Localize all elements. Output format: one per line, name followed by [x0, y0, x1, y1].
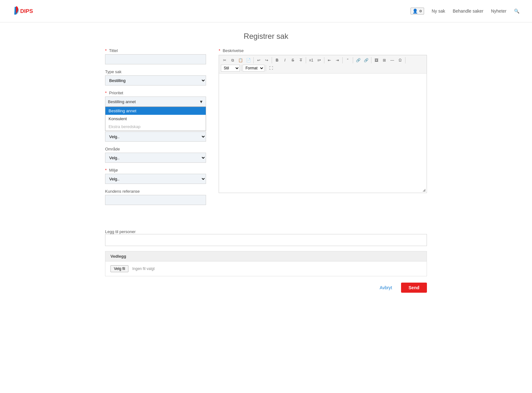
toolbar-bold[interactable]: B [273, 56, 281, 64]
prioritet-group: * Prioritet Bestilling annet ▼ Bestillin… [105, 91, 206, 107]
legg-til-group: Legg til personer [105, 229, 427, 246]
toolbar-format-select[interactable]: Format [243, 65, 264, 72]
avbryt-button[interactable]: Avbryt [375, 283, 397, 293]
toolbar-fullscreen[interactable]: ⛶ [267, 64, 275, 72]
vedlegg-header: Vedlegg [105, 251, 427, 261]
beskrivelse-required-star: * [219, 48, 220, 53]
prioritet-dropdown-wrapper: Bestilling annet ▼ Bestilling annet Kons… [105, 97, 206, 107]
tittel-required-star: * [105, 48, 107, 53]
logo-area: DIPS [13, 3, 38, 19]
toolbar-strikethrough[interactable]: S [289, 56, 297, 64]
user-icon-button[interactable]: 👤 ⚙ [411, 8, 424, 15]
tittel-group: * Tittel [105, 48, 206, 64]
main-content: * Tittel Type sak Bestilling * Prioritet… [92, 48, 440, 229]
bottom-section: Legg til personer Vedlegg Velg fil Ingen… [92, 229, 440, 276]
miljo-label: * Miljø [105, 168, 206, 173]
toolbar-horizontal-rule[interactable]: — [388, 56, 396, 64]
toolbar-undo[interactable]: ↩ [255, 56, 263, 64]
page-title: Registrer sak [0, 32, 532, 41]
miljo-required-star: * [105, 168, 107, 173]
toolbar-sep-1 [253, 57, 254, 63]
toolbar-link[interactable]: 🔗 [354, 56, 362, 64]
toolbar-sep-2 [272, 57, 272, 63]
toolbar-paste[interactable]: 📋 [237, 56, 244, 64]
beskrivelse-editor[interactable] [219, 73, 427, 187]
chevron-down-icon: ▼ [199, 99, 203, 104]
omrade-label: Område [105, 147, 206, 151]
prioritet-select[interactable]: Bestilling annet ▼ [105, 97, 206, 107]
toolbar-paste-plain[interactable]: 📄 [245, 56, 252, 64]
kundens-ref-group: Kundens referanse [105, 189, 206, 205]
prioritet-required-star: * [105, 91, 107, 95]
editor-resize-handle: ◢ [219, 187, 427, 193]
right-column: * Beskrivelse ✂ ⧉ 📋 📄 ↩ ↪ B I S T̶ ≡1 ≡• [219, 48, 427, 193]
toolbar-increase-indent[interactable]: ⇥ [334, 56, 341, 64]
toolbar-sep-3 [306, 57, 306, 63]
type-sak-select[interactable]: Bestilling [105, 75, 206, 85]
prioritet-label: * Prioritet [105, 91, 206, 95]
user-icon: 👤 [412, 9, 418, 14]
action-row: Avbryt Send [92, 283, 440, 293]
send-button[interactable]: Send [401, 283, 427, 293]
toolbar-table[interactable]: ⊞ [381, 56, 388, 64]
toolbar-sep-7 [371, 57, 371, 63]
ingen-fil-text: Ingen fil valgt [132, 267, 155, 271]
editor-toolbar: ✂ ⧉ 📋 📄 ↩ ↪ B I S T̶ ≡1 ≡• ⇤ ⇥ " [219, 55, 427, 73]
beskrivelse-label: * Beskrivelse [219, 48, 427, 53]
type-sak-group: Type sak Bestilling [105, 69, 206, 85]
miljo-select[interactable]: Velg.. [105, 174, 206, 184]
prioritet-option-ekstra-beredskap[interactable]: Ekstra beredskap [105, 123, 206, 131]
toolbar-sep-10 [266, 65, 266, 71]
nav-right: 👤 ⚙ Ny sak Behandle saker Nyheter 🔍 [411, 8, 519, 15]
svg-text:DIPS: DIPS [20, 8, 33, 14]
dips-logo: DIPS [13, 3, 38, 19]
toolbar-redo[interactable]: ↪ [263, 56, 270, 64]
toolbar-cut[interactable]: ✂ [221, 56, 228, 64]
omrade-select[interactable]: Velg.. [105, 153, 206, 163]
legg-til-input[interactable] [105, 234, 427, 246]
toolbar-blockquote[interactable]: " [344, 56, 352, 64]
header: DIPS 👤 ⚙ Ny sak Behandle saker Nyheter 🔍 [0, 0, 532, 22]
toolbar-decrease-indent[interactable]: ⇤ [326, 56, 333, 64]
toolbar-remove-format[interactable]: T̶ [297, 56, 304, 64]
toolbar-sep-5 [342, 57, 343, 63]
prioritet-option-konsulent[interactable]: Konsulent [105, 115, 206, 123]
kundens-ref-label: Kundens referanse [105, 189, 206, 194]
prioritet-dropdown-options: Bestilling annet Konsulent Ekstra bereds… [105, 107, 206, 131]
velg-fil-button[interactable]: Velg fil [110, 265, 128, 272]
toolbar-sep-8 [405, 57, 405, 63]
search-icon[interactable]: 🔍 [514, 9, 519, 14]
toolbar-copy[interactable]: ⧉ [229, 56, 236, 64]
vedlegg-body: Velg fil Ingen fil valgt [105, 261, 427, 276]
toolbar-italic[interactable]: I [281, 56, 289, 64]
toolbar-stil-select[interactable]: Stil [221, 65, 240, 72]
settings-icon: ⚙ [419, 9, 422, 13]
prioritet-option-bestilling-annet[interactable]: Bestilling annet [105, 107, 206, 115]
editor-container: ✂ ⧉ 📋 📄 ↩ ↪ B I S T̶ ≡1 ≡• ⇤ ⇥ " [219, 55, 427, 193]
toolbar-unlink[interactable]: 🔗 [362, 56, 370, 64]
omrade-group: Område Velg.. [105, 147, 206, 163]
toolbar-sep-4 [324, 57, 324, 63]
tittel-input[interactable] [105, 54, 206, 64]
toolbar-special-char[interactable]: Ω [396, 56, 404, 64]
legg-til-label: Legg til personer [105, 229, 136, 234]
resize-icon: ◢ [423, 188, 425, 192]
toolbar-image[interactable]: 🖼 [373, 56, 380, 64]
tittel-label: * Tittel [105, 48, 206, 53]
toolbar-bulleted-list[interactable]: ≡• [315, 56, 323, 64]
type-sak-label: Type sak [105, 69, 206, 74]
toolbar-sep-9 [241, 65, 241, 71]
nav-behandle-saker[interactable]: Behandle saker [453, 9, 483, 14]
miljo-group: * Miljø Velg.. [105, 168, 206, 184]
kundens-ref-input[interactable] [105, 195, 206, 205]
toolbar-numbered-list[interactable]: ≡1 [307, 56, 315, 64]
vedlegg-section: Vedlegg Velg fil Ingen fil valgt [105, 251, 427, 276]
nav-ny-sak[interactable]: Ny sak [432, 9, 445, 14]
versjon-select[interactable]: Velg.. [105, 132, 206, 142]
toolbar-sep-6 [353, 57, 353, 63]
nav-nyheter[interactable]: Nyheter [491, 9, 506, 14]
left-column: * Tittel Type sak Bestilling * Prioritet… [105, 48, 206, 210]
